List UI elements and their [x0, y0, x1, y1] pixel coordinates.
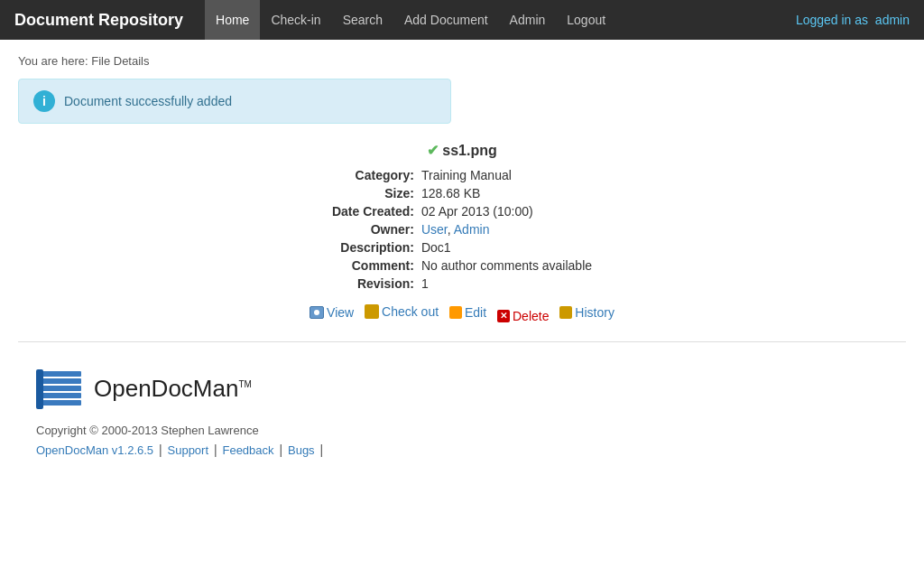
info-icon: i: [33, 90, 55, 112]
breadcrumb: You are here: File Details: [18, 54, 906, 68]
svg-rect-2: [40, 386, 81, 391]
owner-value: User, Admin: [418, 220, 596, 238]
checkout-link[interactable]: Check out: [365, 304, 439, 319]
history-link[interactable]: History: [559, 305, 614, 320]
logged-in-prefix: Logged in as: [796, 13, 868, 27]
footer-link-feedback[interactable]: Feedback: [222, 443, 273, 457]
logged-in-status: Logged in as admin: [796, 13, 910, 27]
file-title: ✔ss1.png: [18, 142, 906, 159]
nav-links: Home Check-in Search Add Document Admin …: [205, 0, 796, 40]
checkout-icon: [365, 304, 379, 319]
book-icon: [36, 369, 85, 409]
nav-add-document[interactable]: Add Document: [393, 0, 499, 40]
footer-link-support[interactable]: Support: [168, 443, 209, 457]
delete-icon: ✕: [497, 310, 510, 322]
success-banner: i Document successfully added: [18, 79, 451, 124]
size-label: Size:: [328, 184, 418, 202]
banner-message: Document successfully added: [64, 94, 232, 108]
footer-link-bugs[interactable]: Bugs: [288, 443, 315, 457]
history-icon: [559, 306, 572, 319]
main-content: You are here: File Details i Document su…: [0, 40, 924, 489]
nav-logout[interactable]: Logout: [556, 0, 616, 40]
copyright: Copyright © 2000-2013 Stephen Lawrence: [36, 424, 888, 437]
file-details: ✔ss1.png Category: Training Manual Size:…: [18, 142, 906, 323]
view-icon: [310, 306, 324, 319]
svg-rect-0: [40, 371, 81, 377]
owner-user-link[interactable]: User: [421, 222, 448, 237]
svg-rect-4: [40, 400, 81, 406]
category-label: Category:: [328, 166, 418, 184]
category-value: Training Manual: [418, 166, 596, 184]
footer-logo: OpenDocManTM: [36, 369, 888, 409]
date-created-label: Date Created:: [328, 202, 418, 220]
check-icon: ✔: [427, 143, 439, 158]
description-label: Description:: [328, 238, 418, 256]
nav-home[interactable]: Home: [205, 0, 260, 40]
divider: [18, 341, 906, 342]
footer: OpenDocManTM Copyright © 2000-2013 Steph…: [18, 360, 906, 475]
footer-link-version[interactable]: OpenDocMan v1.2.6.5: [36, 443, 153, 457]
comment-label: Comment:: [328, 256, 418, 275]
comment-value: No author comments available: [418, 256, 596, 275]
navbar: Document Repository Home Check-in Search…: [0, 0, 924, 40]
brand-title: Document Repository: [14, 11, 183, 30]
footer-brand-text: OpenDocManTM: [94, 375, 252, 403]
edit-link[interactable]: Edit: [449, 305, 486, 320]
edit-icon: [449, 306, 462, 319]
delete-link[interactable]: ✕ Delete: [497, 309, 549, 323]
file-actions: View Check out Edit ✕ Delete History: [18, 304, 906, 323]
file-info: Category: Training Manual Size: 128.68 K…: [328, 166, 596, 293]
view-link[interactable]: View: [310, 305, 354, 320]
nav-search[interactable]: Search: [332, 0, 393, 40]
revision-label: Revision:: [328, 275, 418, 293]
description-value: Doc1: [418, 238, 596, 256]
revision-value: 1: [418, 275, 596, 293]
footer-links: OpenDocMan v1.2.6.5 | Support | Feedback…: [36, 443, 888, 457]
nav-admin[interactable]: Admin: [499, 0, 557, 40]
owner-admin-link[interactable]: Admin: [454, 222, 490, 237]
nav-checkin[interactable]: Check-in: [260, 0, 331, 40]
size-value: 128.68 KB: [418, 184, 596, 202]
owner-label: Owner:: [328, 220, 418, 238]
svg-rect-1: [40, 378, 81, 384]
date-created-value: 02 Apr 2013 (10:00): [418, 202, 596, 220]
logged-in-user: admin: [875, 13, 910, 27]
svg-rect-5: [36, 369, 43, 409]
svg-rect-3: [40, 393, 81, 398]
